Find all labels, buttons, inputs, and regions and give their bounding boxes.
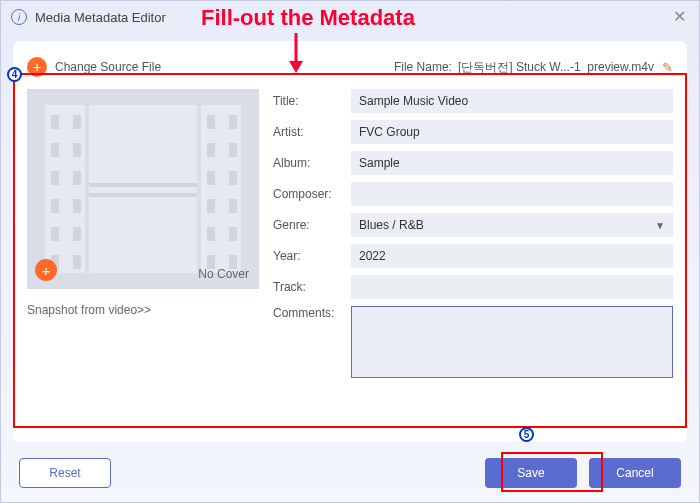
title-input[interactable]	[351, 89, 673, 113]
genre-select[interactable]: Blues / R&B▼	[351, 213, 673, 237]
editor-window: i Media Metadata Editor ✕ Fill-out the M…	[0, 0, 700, 503]
no-cover-label: No Cover	[198, 267, 249, 281]
album-label: Album:	[273, 156, 351, 170]
snapshot-link[interactable]: Snapshot from video>>	[27, 303, 259, 317]
album-input[interactable]	[351, 151, 673, 175]
filename-value: [단독버전] Stuck W...-1_preview.m4v	[458, 59, 654, 76]
genre-label: Genre:	[273, 218, 351, 232]
svg-marker-1	[289, 61, 303, 73]
content-area: + No Cover Snapshot from video>> Title: …	[27, 89, 673, 385]
edit-filename-icon[interactable]: ✎	[662, 60, 673, 75]
filename-label: File Name:	[394, 60, 452, 74]
cover-column: + No Cover Snapshot from video>>	[27, 89, 259, 385]
annotation-headline: Fill-out the Metadata	[201, 5, 415, 31]
footer: Reset Save Cancel	[19, 458, 681, 488]
track-label: Track:	[273, 280, 351, 294]
artist-input[interactable]	[351, 120, 673, 144]
save-button[interactable]: Save	[485, 458, 577, 488]
close-button[interactable]: ✕	[669, 7, 689, 27]
cover-preview: + No Cover	[27, 89, 259, 289]
change-source-link[interactable]: Change Source File	[55, 60, 161, 74]
fields-column: Title: Artist: Album: Composer: Genre:Bl…	[273, 89, 673, 385]
step-badge-5: 5	[519, 427, 534, 442]
add-cover-button[interactable]: +	[35, 259, 57, 281]
cancel-button[interactable]: Cancel	[589, 458, 681, 488]
top-row: + Change Source File File Name: [단독버전] S…	[27, 53, 673, 81]
step-badge-4: 4	[7, 67, 22, 82]
reset-button[interactable]: Reset	[19, 458, 111, 488]
chevron-down-icon: ▼	[655, 220, 665, 231]
composer-input[interactable]	[351, 182, 673, 206]
composer-label: Composer:	[273, 187, 351, 201]
artist-label: Artist:	[273, 125, 351, 139]
genre-value: Blues / R&B	[359, 218, 424, 232]
title-label: Title:	[273, 94, 351, 108]
main-panel: + Change Source File File Name: [단독버전] S…	[13, 41, 687, 442]
add-source-button[interactable]: +	[27, 57, 47, 77]
year-label: Year:	[273, 249, 351, 263]
info-icon: i	[11, 9, 27, 25]
track-input[interactable]	[351, 275, 673, 299]
comments-label: Comments:	[273, 306, 351, 320]
year-input[interactable]	[351, 244, 673, 268]
arrow-down-icon	[286, 31, 306, 73]
comments-input[interactable]	[351, 306, 673, 378]
